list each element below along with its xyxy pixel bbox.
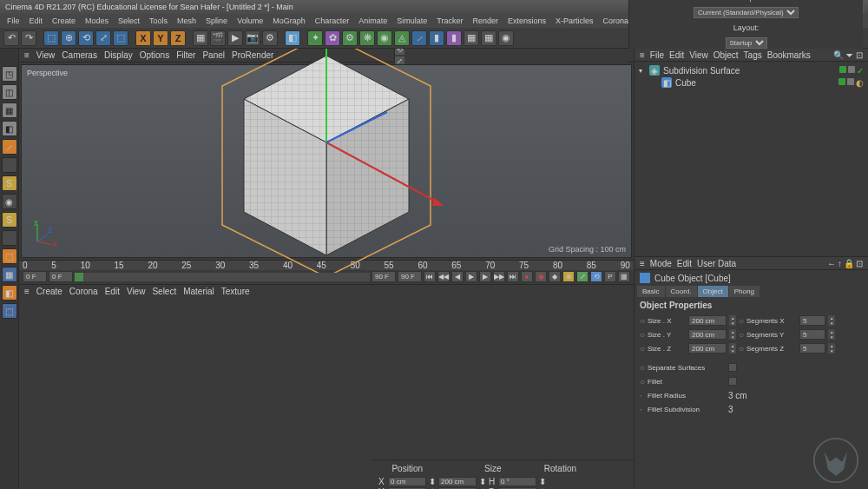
obj-search-icon[interactable]: 🔍 <box>833 50 844 60</box>
rail-button-1[interactable]: ◫ <box>2 84 17 100</box>
extra-button-5[interactable]: ◉ <box>377 30 392 46</box>
render-edit-button[interactable]: ⚙ <box>262 30 278 46</box>
fillet-checkbox[interactable] <box>728 377 737 386</box>
tab-phong[interactable]: Phong <box>729 286 760 297</box>
rail-button-7[interactable]: ◉ <box>2 194 17 209</box>
menu-tools[interactable]: Tools <box>146 17 171 25</box>
key-pos-button[interactable]: ⊕ <box>562 271 575 282</box>
timeline-start[interactable]: 0 F <box>23 271 47 282</box>
obj-file[interactable]: File <box>650 50 664 60</box>
rail-button-12[interactable]: ◧ <box>2 285 17 301</box>
keyframe-sel-button[interactable]: ◆ <box>549 271 561 282</box>
menu-render[interactable]: Render <box>469 17 502 25</box>
view-menu[interactable]: View <box>36 50 56 60</box>
menu-volume[interactable]: Volume <box>233 17 266 25</box>
x-axis-toggle[interactable]: X <box>135 30 151 46</box>
tree-row-cube[interactable]: ◧ Cube ◐ <box>637 76 865 89</box>
cameras-menu[interactable]: Cameras <box>62 50 97 60</box>
extra-button-2[interactable]: ✿ <box>325 30 340 46</box>
mat-texture[interactable]: Texture <box>221 287 250 296</box>
mat-material[interactable]: Material <box>183 287 214 296</box>
pos-X-input[interactable] <box>388 477 426 486</box>
obj-object[interactable]: Object <box>713 50 739 60</box>
select-tool[interactable]: ⬚ <box>43 30 59 46</box>
menu-modes[interactable]: Modes <box>82 17 112 25</box>
mat-create[interactable]: Create <box>36 287 62 296</box>
menu-extensions[interactable]: Extensions <box>504 17 549 25</box>
key-scale-button[interactable]: ⤢ <box>576 271 589 282</box>
scale-tool[interactable]: ⤢ <box>95 30 111 46</box>
menu-tracker[interactable]: Tracker <box>433 17 466 25</box>
seg-0-input[interactable]: 5 <box>799 315 825 326</box>
rail-button-3[interactable]: ◧ <box>2 121 17 136</box>
mat-edit[interactable]: Edit <box>105 287 120 296</box>
extra-button-11[interactable]: ▦ <box>481 30 496 46</box>
seg-2-input[interactable]: 5 <box>799 343 825 354</box>
redo-button[interactable]: ↷ <box>21 30 36 46</box>
menu-mograph[interactable]: MoGraph <box>269 17 309 25</box>
rail-button-13[interactable]: ⬚ <box>2 303 17 319</box>
menu-character[interactable]: Character <box>312 17 353 25</box>
extra-button-12[interactable]: ◉ <box>498 30 514 46</box>
menu-select[interactable]: Select <box>115 17 143 25</box>
attr-lock-icon[interactable]: 🔒 <box>844 259 854 268</box>
attr-mode[interactable]: Mode <box>650 259 672 268</box>
size-2-input[interactable]: 200 cm <box>688 343 727 354</box>
size-1-input[interactable]: 200 cm <box>688 329 727 340</box>
extra-button-3[interactable]: ⚙ <box>342 30 358 46</box>
separate-checkbox[interactable] <box>728 363 737 372</box>
y-axis-toggle[interactable]: Y <box>153 30 168 46</box>
next-key-button[interactable]: ▶▶ <box>493 271 505 282</box>
obj-edit[interactable]: Edit <box>669 50 684 60</box>
obj-bookmarks[interactable]: Bookmarks <box>767 50 811 60</box>
tab-basic[interactable]: Basic <box>637 286 665 297</box>
attr-undock-icon[interactable]: ⊡ <box>856 259 863 268</box>
attr-back-icon[interactable]: ← <box>827 259 836 268</box>
extra-button-6[interactable]: ◬ <box>394 30 410 46</box>
options-menu[interactable]: Options <box>140 50 169 60</box>
mat-view[interactable]: View <box>127 287 146 296</box>
render-region-button[interactable]: ▶ <box>227 30 243 46</box>
extra-button-1[interactable]: ✦ <box>307 30 323 46</box>
size-0-input[interactable]: 200 cm <box>688 315 727 326</box>
display-menu[interactable]: Display <box>104 50 133 60</box>
viewport[interactable]: Perspective Default Camera * Grid Spacin… <box>21 64 632 258</box>
next-frame-button[interactable]: ▶ <box>479 271 491 282</box>
menu-xparticles[interactable]: X-Particles <box>552 17 597 25</box>
extra-button-9[interactable]: ▮ <box>446 30 462 46</box>
extra-button-7[interactable]: ⟋ <box>411 30 427 46</box>
undo-button[interactable]: ↶ <box>3 30 19 46</box>
obj-undock-icon[interactable]: ⊡ <box>856 50 863 60</box>
mat-select[interactable]: Select <box>152 287 176 296</box>
render-pv-button[interactable]: 🎬 <box>210 30 226 46</box>
rotate-tool[interactable]: ⟲ <box>78 30 94 46</box>
obj-view[interactable]: View <box>689 50 708 60</box>
goto-end-button[interactable]: ⏭ <box>507 271 519 282</box>
attr-up-icon[interactable]: ↑ <box>838 259 842 268</box>
check-icon[interactable]: ✓ <box>857 66 864 76</box>
seg-1-input[interactable]: 5 <box>799 329 825 340</box>
menu-spline[interactable]: Spline <box>202 17 231 25</box>
extra-button-10[interactable]: ▦ <box>464 30 479 46</box>
rail-button-8[interactable]: S <box>2 212 17 228</box>
rail-button-0[interactable]: ◳ <box>2 66 17 82</box>
menu-animate[interactable]: Animate <box>355 17 391 25</box>
render-view-button[interactable]: ▦ <box>193 30 208 46</box>
autokey-button[interactable]: ◉ <box>535 271 547 282</box>
primitive-button[interactable]: ◧ <box>285 30 300 46</box>
rail-button-10[interactable]: ⬚ <box>2 248 17 264</box>
key-param-button[interactable]: P <box>604 271 616 282</box>
lastused-tool[interactable]: ⬚ <box>113 30 128 46</box>
rail-button-9[interactable] <box>2 230 17 246</box>
obj-tags[interactable]: Tags <box>744 50 762 60</box>
mat-corona[interactable]: Corona <box>69 287 98 296</box>
attr-userdata[interactable]: User Data <box>697 259 736 268</box>
menu-mesh[interactable]: Mesh <box>174 17 200 25</box>
size-X-input[interactable] <box>438 477 477 486</box>
tab-object[interactable]: Object <box>698 286 728 297</box>
rail-button-2[interactable]: ▦ <box>2 102 17 118</box>
layout-select[interactable]: Startup <box>726 37 767 49</box>
extra-button-4[interactable]: ❋ <box>359 30 375 46</box>
rail-button-4[interactable]: ⟋ <box>2 139 17 155</box>
menu-simulate[interactable]: Simulate <box>393 17 431 25</box>
